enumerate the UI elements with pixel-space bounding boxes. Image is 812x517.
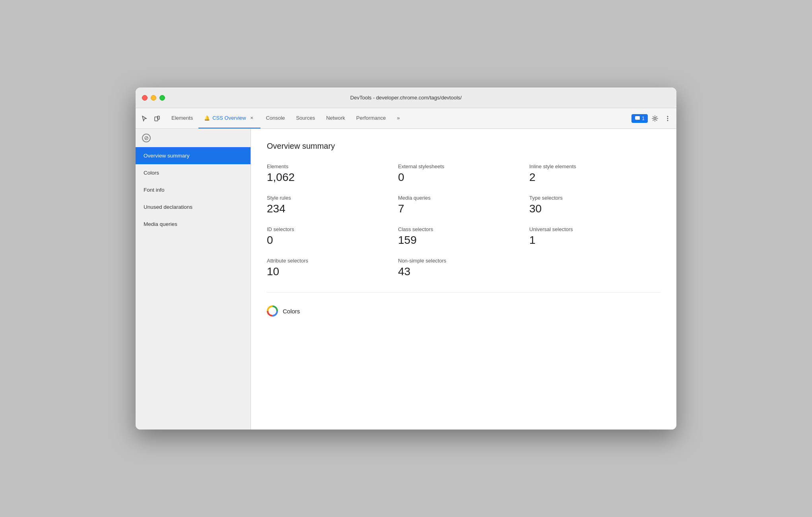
stat-media-queries: Media queries 7 <box>398 195 529 226</box>
sidebar-item-media-queries[interactable]: Media queries <box>136 216 251 233</box>
stat-external-stylesheets: External stylesheets 0 <box>398 163 529 195</box>
page-title: Overview summary <box>267 142 660 151</box>
sidebar-header: ⊘ <box>136 129 251 147</box>
stat-elements: Elements 1,062 <box>267 163 398 195</box>
stat-placeholder <box>529 258 660 289</box>
traffic-lights <box>142 95 165 101</box>
tab-bar: Elements 🔔 CSS Overview ✕ Console Source… <box>136 108 676 129</box>
sidebar-item-unused-declarations[interactable]: Unused declarations <box>136 198 251 216</box>
stat-style-rules: Style rules 234 <box>267 195 398 226</box>
more-options-button[interactable] <box>662 113 673 124</box>
colors-section: Colors <box>267 302 660 317</box>
tab-bar-right: 1 <box>631 108 673 128</box>
svg-point-5 <box>667 118 668 119</box>
minimize-button[interactable] <box>151 95 156 101</box>
device-toggle-button[interactable] <box>152 113 163 124</box>
settings-button[interactable] <box>649 113 660 124</box>
chat-icon <box>635 116 640 121</box>
window-title: DevTools - developer.chrome.com/tags/dev… <box>350 95 462 101</box>
notification-icon: 🔔 <box>204 115 210 121</box>
tab-bar-tools <box>139 108 163 128</box>
more-vertical-icon <box>664 115 671 122</box>
colors-donut-icon <box>267 305 278 317</box>
tab-css-overview[interactable]: 🔔 CSS Overview ✕ <box>198 108 260 128</box>
content-inner: Overview summary Elements 1,062 External… <box>251 129 676 329</box>
sidebar-nav: Overview summary Colors Font info Unused… <box>136 147 251 233</box>
content-panel: Overview summary Elements 1,062 External… <box>251 129 676 430</box>
stat-id-selectors: ID selectors 0 <box>267 226 398 258</box>
svg-point-4 <box>667 116 668 117</box>
stat-class-selectors: Class selectors 159 <box>398 226 529 258</box>
colors-section-label: Colors <box>283 308 300 315</box>
close-button[interactable] <box>142 95 148 101</box>
svg-rect-1 <box>157 116 159 119</box>
tab-close-button[interactable]: ✕ <box>249 115 255 121</box>
notification-button[interactable]: 1 <box>631 114 648 123</box>
devtools-window: DevTools - developer.chrome.com/tags/dev… <box>136 87 676 430</box>
svg-point-3 <box>654 117 656 119</box>
sidebar-item-overview-summary[interactable]: Overview summary <box>136 147 251 164</box>
tab-sources[interactable]: Sources <box>290 108 321 128</box>
sidebar-item-colors[interactable]: Colors <box>136 164 251 181</box>
tab-network[interactable]: Network <box>321 108 351 128</box>
maximize-button[interactable] <box>159 95 165 101</box>
stat-inline-style-elements: Inline style elements 2 <box>529 163 660 195</box>
title-bar: DevTools - developer.chrome.com/tags/dev… <box>136 87 676 108</box>
gear-icon <box>652 115 658 122</box>
tabs-container: Elements 🔔 CSS Overview ✕ Console Source… <box>166 108 628 128</box>
tab-elements[interactable]: Elements <box>166 108 198 128</box>
section-divider <box>267 292 660 293</box>
stats-grid: Elements 1,062 External stylesheets 0 In… <box>267 163 660 289</box>
svg-point-6 <box>667 120 668 121</box>
stat-universal-selectors: Universal selectors 1 <box>529 226 660 258</box>
tab-console[interactable]: Console <box>260 108 291 128</box>
cursor-icon-button[interactable] <box>139 113 150 124</box>
tab-performance[interactable]: Performance <box>351 108 391 128</box>
cursor-icon <box>141 115 148 122</box>
stat-attribute-selectors: Attribute selectors 10 <box>267 258 398 289</box>
device-icon <box>154 115 160 122</box>
stat-type-selectors: Type selectors 30 <box>529 195 660 226</box>
sidebar: ⊘ Overview summary Colors Font info Unus… <box>136 129 251 430</box>
tab-more[interactable]: » <box>391 108 405 128</box>
block-icon: ⊘ <box>142 134 151 142</box>
sidebar-item-font-info[interactable]: Font info <box>136 181 251 198</box>
main-content: ⊘ Overview summary Colors Font info Unus… <box>136 129 676 430</box>
stat-non-simple-selectors: Non-simple selectors 43 <box>398 258 529 289</box>
